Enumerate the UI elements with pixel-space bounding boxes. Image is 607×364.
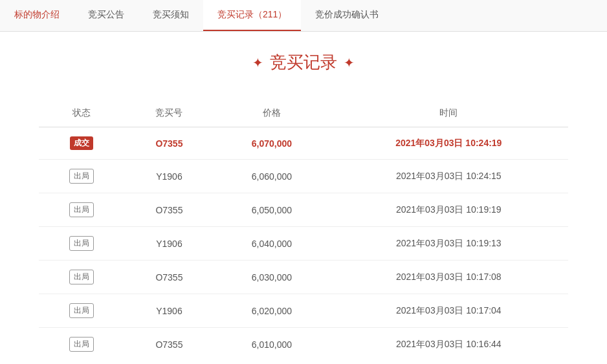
price-cell: 6,060,000 [214, 160, 329, 193]
bid-no-cell: Y1906 [124, 227, 214, 261]
table-header-row: 状态竞买号价格时间 [39, 100, 568, 127]
tab-records[interactable]: 竞买记录（211） [203, 0, 301, 31]
status-badge: 出局 [69, 202, 94, 217]
table-row: 出局Y19066,060,0002021年03月03日 10:24:15 [39, 160, 568, 193]
bid-no-cell: O7355 [124, 127, 214, 160]
deco-right-icon: ✦ [344, 55, 355, 70]
deco-left-icon: ✦ [252, 55, 263, 70]
title-text: 竞买记录 [270, 51, 337, 74]
time-cell: 2021年03月03日 10:17:08 [329, 261, 568, 294]
time-cell: 2021年03月03日 10:17:04 [329, 294, 568, 328]
status-badge: 成交 [70, 136, 93, 150]
status-cell: 出局 [39, 160, 124, 193]
time-cell: 2021年03月03日 10:24:15 [329, 160, 568, 193]
price-cell: 6,040,000 [214, 227, 329, 261]
price-cell: 6,050,000 [214, 193, 329, 227]
tab-intro[interactable]: 标的物介绍 [0, 0, 74, 31]
status-cell: 出局 [39, 294, 124, 328]
status-cell: 出局 [39, 261, 124, 294]
time-cell: 2021年03月03日 10:19:13 [329, 227, 568, 261]
page-title: ✦ 竞买记录 ✦ [39, 51, 568, 74]
table-row: 出局O73556,010,0002021年03月03日 10:16:44 [39, 328, 568, 361]
status-cell: 成交 [39, 127, 124, 160]
status-cell: 出局 [39, 193, 124, 227]
price-cell: 6,070,000 [214, 127, 329, 160]
table-row: 成交O73556,070,0002021年03月03日 10:24:19 [39, 127, 568, 160]
status-badge: 出局 [69, 270, 94, 284]
table-body: 成交O73556,070,0002021年03月03日 10:24:19出局Y1… [39, 127, 568, 361]
col-header: 价格 [214, 100, 329, 127]
status-badge: 出局 [69, 303, 94, 318]
col-header: 竞买号 [124, 100, 214, 127]
status-cell: 出局 [39, 227, 124, 261]
col-header: 时间 [329, 100, 568, 127]
status-badge: 出局 [69, 337, 94, 352]
bid-no-cell: Y1906 [124, 160, 214, 193]
records-table: 状态竞买号价格时间 成交O73556,070,0002021年03月03日 10… [39, 100, 568, 361]
price-cell: 6,020,000 [214, 294, 329, 328]
main-content: ✦ 竞买记录 ✦ 状态竞买号价格时间 成交O73556,070,0002021年… [0, 32, 607, 364]
time-cell: 2021年03月03日 10:16:44 [329, 328, 568, 361]
table-row: 出局Y19066,040,0002021年03月03日 10:19:13 [39, 227, 568, 261]
status-cell: 出局 [39, 328, 124, 361]
status-badge: 出局 [69, 169, 94, 184]
tab-confirm[interactable]: 竞价成功确认书 [301, 0, 393, 31]
bid-no-cell: O7355 [124, 193, 214, 227]
status-badge: 出局 [69, 236, 94, 251]
price-cell: 6,010,000 [214, 328, 329, 361]
bid-no-cell: O7355 [124, 261, 214, 294]
tab-bar: 标的物介绍竞买公告竞买须知竞买记录（211）竞价成功确认书 [0, 0, 607, 32]
table-row: 出局O73556,030,0002021年03月03日 10:17:08 [39, 261, 568, 294]
bid-no-cell: Y1906 [124, 294, 214, 328]
table-row: 出局O73556,050,0002021年03月03日 10:19:19 [39, 193, 568, 227]
col-header: 状态 [39, 100, 124, 127]
price-cell: 6,030,000 [214, 261, 329, 294]
time-cell: 2021年03月03日 10:19:19 [329, 193, 568, 227]
time-cell: 2021年03月03日 10:24:19 [329, 127, 568, 160]
bid-no-cell: O7355 [124, 328, 214, 361]
tab-notice[interactable]: 竞买须知 [138, 0, 203, 31]
table-row: 出局Y19066,020,0002021年03月03日 10:17:04 [39, 294, 568, 328]
tab-announcement[interactable]: 竞买公告 [74, 0, 138, 31]
